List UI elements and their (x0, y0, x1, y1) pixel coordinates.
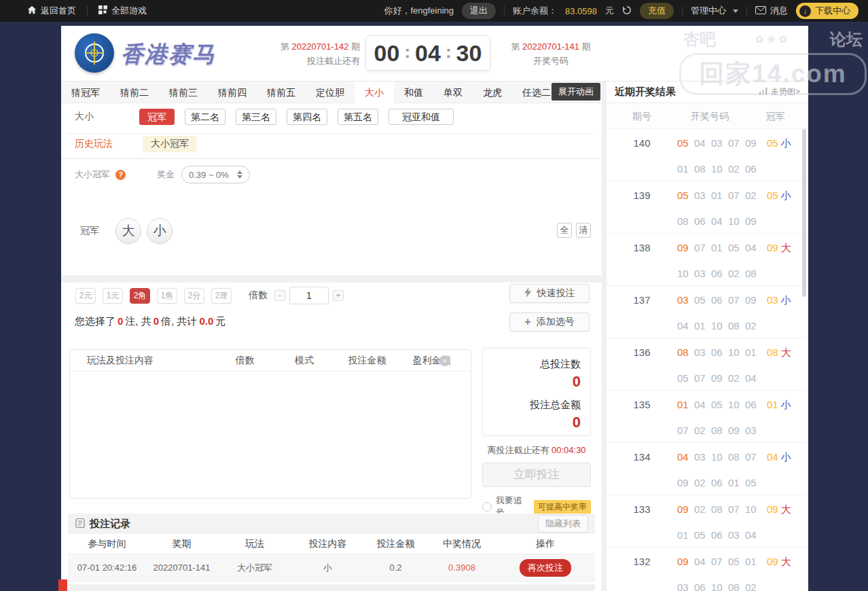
number: 10 (711, 451, 728, 463)
countdown-minutes: 04 (415, 40, 441, 67)
slip-header-1: 玩法及投注内容 (70, 355, 216, 367)
number: 01 (711, 190, 728, 201)
number: 01 (745, 556, 762, 567)
number: 02 (728, 372, 745, 384)
select-all-button[interactable]: 全 (557, 223, 572, 238)
expand-animation-button[interactable]: 展开动画 (551, 83, 600, 101)
clear-selection-button[interactable]: 清 (576, 223, 591, 238)
topbar-right: 你好，fengfeining 退出 账户余额： 83.0598 元 充值 管理中… (384, 3, 858, 19)
tab-odd-even[interactable]: 单双 (433, 82, 473, 103)
chase-radio[interactable] (482, 502, 492, 512)
submit-bet-button[interactable]: 立即投注 (482, 463, 591, 487)
bet-slip-table: 玩法及投注内容倍数模式投注金额盈利金额× (69, 349, 471, 499)
unit-2-jiao[interactable]: 2角 (130, 288, 150, 304)
number: 07 (728, 190, 745, 201)
tab-guess-champion[interactable]: 猜冠军 (61, 82, 110, 103)
play-group-label: 大小 (75, 111, 139, 123)
quick-bet-label: 快速投注 (537, 287, 575, 300)
tab-guess-top3[interactable]: 猜前三 (159, 82, 208, 103)
messages-link[interactable]: 消息 (755, 5, 788, 17)
number: 06 (694, 581, 711, 591)
number: 10 (711, 320, 728, 332)
number: 05 (745, 477, 762, 488)
number: 08 (677, 215, 694, 227)
record-header-5: 投注金额 (363, 538, 428, 550)
tab-position[interactable]: 定位胆 (306, 82, 355, 103)
number: 05 (728, 556, 745, 567)
last-issue-info: 第 20220701-141 期 开奖号码 (509, 39, 592, 68)
position-btn-fourth[interactable]: 第四名 (287, 109, 327, 125)
plus-icon: + (524, 316, 530, 328)
admin-center-menu[interactable]: 管理中心 (691, 5, 738, 17)
position-btn-fifth[interactable]: 第五名 (338, 109, 378, 125)
number: 09 (711, 372, 728, 384)
multiplier-plus-button[interactable]: + (333, 290, 344, 301)
last-issue-number: 20220701-141 (522, 41, 579, 52)
topbar-divider (504, 6, 505, 16)
section-separator (61, 275, 602, 283)
winner-number: 01 (767, 399, 778, 410)
number: 04 (745, 372, 762, 384)
slip-header-3: 模式 (274, 355, 335, 367)
position-btn-champion[interactable]: 冠军 (139, 109, 175, 125)
option-big[interactable]: 大 (115, 218, 141, 244)
refresh-icon[interactable] (622, 5, 632, 17)
unit-2-yuan[interactable]: 2元 (75, 288, 96, 304)
history-item-1[interactable]: 大小冠军 (143, 136, 197, 152)
tab-bar: 猜冠军猜前二猜前三猜前四猜前五定位胆大小和值单双龙虎任选二任选三 展开动画 (61, 82, 602, 103)
number: 06 (711, 346, 728, 358)
record-list: 07-01 20:42:1620220701-141大小冠军小0.20.3908… (68, 554, 595, 581)
recharge-button[interactable]: 充值 (640, 3, 674, 19)
numbers-line1: 0902080710 (677, 503, 762, 529)
quick-bet-button[interactable]: 快速投注 (509, 284, 590, 303)
multiplier-input[interactable] (289, 287, 329, 304)
number: 07 (711, 556, 728, 567)
rebet-button[interactable]: 再次投注 (520, 559, 571, 577)
multiplier-minus-button[interactable]: - (274, 290, 285, 301)
add-selection-button[interactable]: + 添加选号 (509, 312, 590, 332)
unit-1-jiao[interactable]: 1角 (157, 288, 177, 304)
trend-chart-link[interactable]: 走势图> (759, 86, 800, 98)
number: 06 (745, 163, 762, 175)
help-icon[interactable]: ? (115, 170, 126, 180)
prize-select[interactable]: 0.39 ~ 0% (181, 166, 250, 183)
winner-number: 05 (767, 137, 778, 149)
tab-sum[interactable]: 和值 (394, 82, 433, 103)
hide-list-button[interactable]: 隐藏列表 (538, 515, 588, 533)
last-issue-line: 第 20220701-141 期 (509, 39, 592, 54)
number: 09 (745, 137, 762, 149)
home-link-label: 返回首页 (41, 5, 76, 17)
option-small[interactable]: 小 (147, 218, 173, 244)
tab-guess-top4[interactable]: 猜前四 (208, 82, 257, 103)
result-winner: 08大 (767, 346, 791, 359)
all-games-link[interactable]: 全部游戏 (98, 5, 147, 17)
scrollbar-thumb[interactable] (802, 129, 806, 297)
number: 09 (677, 477, 694, 488)
download-center-button[interactable]: ↓ 下载中心 (796, 3, 858, 19)
floating-element-partial[interactable] (58, 579, 67, 591)
number: 08 (694, 163, 711, 175)
number: 02 (728, 268, 745, 279)
countdown-hours: 00 (374, 40, 400, 67)
numbers-line1: 0803061001 (677, 346, 762, 372)
tab-guess-top2[interactable]: 猜前二 (110, 82, 159, 103)
position-btn-third[interactable]: 第三名 (236, 109, 276, 125)
unit-2-li[interactable]: 2厘 (211, 288, 232, 304)
prize-select-value: 0.39 ~ 0% (189, 170, 229, 180)
home-link[interactable]: 返回首页 (27, 5, 76, 17)
number: 10 (711, 163, 728, 175)
tab-dragon-tiger[interactable]: 龙虎 (473, 82, 512, 103)
caret-down-icon (733, 10, 738, 13)
logout-button[interactable]: 退出 (462, 3, 496, 19)
position-btn-champ-runnerup-sum[interactable]: 冠亚和值 (388, 109, 454, 125)
result-winner: 05小 (767, 137, 791, 150)
tab-guess-top5[interactable]: 猜前五 (257, 82, 306, 103)
unit-2-fen[interactable]: 2分 (184, 288, 204, 304)
position-btn-second[interactable]: 第二名 (185, 109, 225, 125)
clear-slip-icon[interactable]: × (439, 355, 450, 366)
topbar: 返回首页 全部游戏 你好，fengfeining 退出 账户余额： 83.059… (0, 0, 868, 22)
unit-1-yuan[interactable]: 1元 (103, 288, 123, 304)
download-center-label: 下载中心 (815, 5, 850, 17)
tab-big-small[interactable]: 大小 (355, 82, 394, 103)
number: 03 (677, 294, 694, 306)
